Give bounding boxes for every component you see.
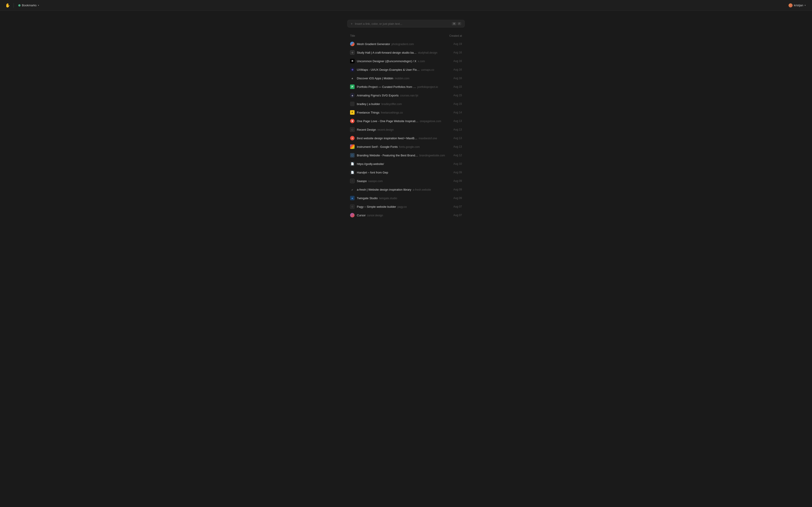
bookmark-title: One Page Love - One Page Website Inspira… xyxy=(357,119,418,123)
bookmark-row[interactable]: ◉Animating Figma's SVG Exportscourses.na… xyxy=(347,91,465,100)
bookmark-title: UXMaps - UI/UX Design Examples & User Fl… xyxy=(357,68,420,71)
bookmark-row[interactable]: □Recent Designrecent.designAug 13 xyxy=(347,125,465,134)
bookmark-title-area: Twingate Studiotwingate.studio xyxy=(357,196,450,200)
bookmark-domain: portfolioproject.io xyxy=(417,86,438,89)
workspace-chevron-icon: ▾ xyxy=(38,4,39,6)
bookmark-row[interactable]: ⚙Study Hall | A craft-forward design stu… xyxy=(347,48,465,57)
bookmark-row[interactable]: ⚙UXMaps - UI/UX Design Examples & User F… xyxy=(347,65,465,74)
bookmark-favicon xyxy=(350,102,355,106)
bookmark-domain: brandingwebsite.com xyxy=(419,154,445,157)
bookmark-favicon: □ xyxy=(350,127,355,132)
bookmark-title: Discover iOS Apps | Mobbin xyxy=(357,76,393,80)
bookmark-title: Branding Website - Featuring the Best Br… xyxy=(357,154,418,157)
col-created-header: Created at xyxy=(449,34,462,38)
bookmark-title: Animating Figma's SVG Exports xyxy=(357,94,399,97)
bookmark-row[interactable]: ♥One Page Love - One Page Website Inspir… xyxy=(347,117,465,125)
bookmark-title-area: Study Hall | A craft-forward design stud… xyxy=(357,51,450,54)
bookmark-date: Aug 16 xyxy=(453,76,462,80)
search-placeholder-text: Insert a link, color, or just plain text… xyxy=(355,22,450,25)
bookmark-title-area: https://godly.website/ xyxy=(357,162,450,166)
bookmark-date: Aug 15 xyxy=(453,85,462,88)
bookmark-date: Aug 09 xyxy=(453,179,462,182)
table-header: Title Created at xyxy=(347,33,465,39)
bookmark-favicon: ⚙ xyxy=(350,67,355,72)
bookmark-domain: photogradient.com xyxy=(391,43,414,46)
bookmark-domain: bradleyziffer.com xyxy=(382,103,402,106)
bookmark-favicon xyxy=(350,213,355,217)
bookmark-row[interactable]: ◈Twingate Studiotwingate.studioAug 09 xyxy=(347,194,465,202)
main-content: + Insert a link, color, or just plain te… xyxy=(343,11,469,224)
bookmark-title: Uncommon Designer (@uncommondsgnr) / X xyxy=(357,59,416,63)
add-icon: + xyxy=(351,22,353,25)
bookmark-date: Aug 13 xyxy=(453,119,462,123)
bookmark-list: Mesh Gradient Generatorphotogradient.com… xyxy=(347,40,465,220)
bookmark-title-area: Recent Designrecent.design xyxy=(357,128,450,131)
bookmark-title-area: UXMaps - UI/UX Design Examples & User Fl… xyxy=(357,68,450,71)
bookmark-row[interactable]: PPortfolio Project — Curated Portfolios … xyxy=(347,82,465,91)
bookmark-date: Aug 13 xyxy=(453,136,462,140)
bookmark-domain: saaspo.com xyxy=(368,180,383,183)
bookmark-favicon: ⚙ xyxy=(350,50,355,55)
user-name: kristjan xyxy=(794,4,803,7)
bookmark-date: Aug 15 xyxy=(453,102,462,105)
user-menu[interactable]: kristjan ▾ xyxy=(787,2,808,8)
bookmark-date: Aug 07 xyxy=(453,214,462,217)
bookmark-row[interactable]: 📄https://godly.website/Aug 10 xyxy=(347,160,465,168)
bookmark-domain: x.com xyxy=(418,60,425,63)
bookmark-title: Twingate Studio xyxy=(357,196,378,200)
bookmark-date: Aug 10 xyxy=(453,162,462,165)
bookmark-favicon: 📄 xyxy=(350,170,355,175)
search-bar[interactable]: + Insert a link, color, or just plain te… xyxy=(347,20,465,27)
bookmark-row[interactable]: Mesh Gradient Generatorphotogradient.com… xyxy=(347,40,465,48)
bookmark-title-area: Pagy – Simple website builderpagy.co xyxy=(357,205,450,209)
bookmark-row[interactable]: ↙a-fresh | Website design inspiration li… xyxy=(347,185,465,194)
bookmark-title: Instrument Serif - Google Fonts xyxy=(357,145,398,149)
bookmark-date: Aug 13 xyxy=(453,145,462,148)
bookmark-title: Mesh Gradient Generator xyxy=(357,42,390,46)
bookmark-domain: cursor.design xyxy=(367,214,383,217)
bookmark-title-area: Best website design inspiration feed • M… xyxy=(357,136,450,140)
bookmark-row[interactable]: bradley | a builderbradleyziffer.comAug … xyxy=(347,100,465,108)
shortcut-cmd-key: ⌘ xyxy=(452,22,457,25)
bookmark-row[interactable]: +Best website design inspiration feed • … xyxy=(347,134,465,143)
bookmark-title: Pagy – Simple website builder xyxy=(357,205,396,209)
bookmark-row[interactable]: Instrument Serif - Google Fontsfonts.goo… xyxy=(347,143,465,151)
topbar-right: kristjan ▾ xyxy=(787,2,808,8)
bookmark-title-area: Animating Figma's SVG Exportscourses.nan… xyxy=(357,94,450,97)
bookmark-row[interactable]: □Pagy – Simple website builderpagy.coAug… xyxy=(347,202,465,211)
bookmark-title-area: One Page Love - One Page Website Inspira… xyxy=(357,119,450,123)
user-avatar xyxy=(789,3,793,7)
bookmark-date: Aug 16 xyxy=(453,51,462,54)
workspace-dot xyxy=(18,4,20,6)
topbar-left: ✋ Bookmarks ▾ xyxy=(4,2,41,9)
bookmark-row[interactable]: ✕Uncommon Designer (@uncommondsgnr) / Xx… xyxy=(347,57,465,65)
bookmark-row[interactable]: 📄Handjet – font from GepAug 09 xyxy=(347,168,465,177)
bookmark-favicon: ↙ xyxy=(350,187,355,192)
bookmark-row[interactable]: □Saasposaaspo.comAug 09 xyxy=(347,177,465,185)
bookmark-domain: uxmaps.co xyxy=(421,68,434,71)
bookmark-domain: maxibestof.one xyxy=(419,137,437,140)
bookmark-title: Portfolio Project — Curated Portfolios f… xyxy=(357,85,416,89)
bookmark-title: Saaspo xyxy=(357,179,367,183)
bookmark-title: Freelance Things xyxy=(357,111,379,114)
workspace-selector[interactable]: Bookmarks ▾ xyxy=(16,3,41,8)
bookmark-row[interactable]: FFreelance Thingsfreelancethings.coAug 1… xyxy=(347,108,465,117)
bookmark-title-area: Instrument Serif - Google Fontsfonts.goo… xyxy=(357,145,450,149)
app-logo-icon[interactable]: ✋ xyxy=(4,2,11,9)
bookmark-row[interactable]: ⬡Branding Website - Featuring the Best B… xyxy=(347,151,465,160)
bookmark-favicon: □ xyxy=(350,205,355,209)
bookmark-row[interactable]: ▲Discover iOS Apps | Mobbinmobbin.comAug… xyxy=(347,74,465,82)
bookmark-title-area: a-fresh | Website design inspiration lib… xyxy=(357,188,450,191)
bookmark-domain: studyhall.design xyxy=(418,51,437,54)
bookmark-favicon xyxy=(350,42,355,46)
bookmark-date: Aug 07 xyxy=(453,205,462,208)
bookmark-title-area: bradley | a builderbradleyziffer.com xyxy=(357,102,450,106)
bookmark-title-area: Cursorcursor.design xyxy=(357,214,450,217)
bookmark-row[interactable]: Cursorcursor.designAug 07 xyxy=(347,211,465,220)
bookmark-date: Aug 16 xyxy=(453,68,462,71)
bookmark-title: Best website design inspiration feed • M… xyxy=(357,136,417,140)
bookmark-domain: fonts.google.com xyxy=(399,145,419,149)
bookmark-domain: onepagelove.com xyxy=(420,120,441,123)
bookmark-favicon: ♥ xyxy=(350,119,355,123)
bookmark-date: Aug 09 xyxy=(453,196,462,200)
